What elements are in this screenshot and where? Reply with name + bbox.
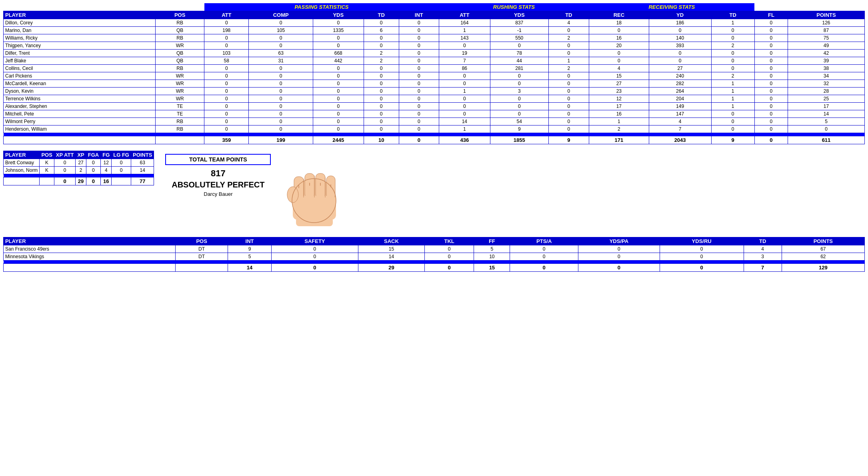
d-col-tkl: TKL (424, 237, 474, 245)
fist-icon (282, 151, 346, 231)
player-name: Jeff Blake (4, 57, 156, 65)
main-container: PASSING STATISTICS RUSHING STATS RECEIVI… (3, 3, 865, 272)
kicker-table-wrap: PLAYER POS XP ATT XP FGA FG LG FG POINTS… (3, 151, 154, 185)
d-col-td: TD (744, 237, 782, 245)
pos: RB (156, 125, 204, 133)
player-name: Thigpen, Yancey (4, 42, 156, 50)
col-points: POINTS (788, 11, 865, 19)
pos: RB (156, 65, 204, 72)
k-col-pos: POS (40, 151, 54, 159)
pos: WR (156, 95, 204, 103)
k-col-xp: XP (76, 151, 86, 159)
d-col-points: POINTS (782, 237, 864, 245)
svg-rect-3 (316, 173, 325, 198)
pos: QB (156, 27, 204, 34)
pos: WR (156, 72, 204, 80)
table-row: Wilmont Perry RB 0 0 0 0 0 14 54 0 1 4 0… (4, 118, 865, 125)
col-rush-att: ATT (439, 11, 490, 19)
table-row: Jeff Blake QB 58 31 442 2 0 7 44 1 0 0 0… (4, 57, 865, 65)
table-row: Carl Pickens WR 0 0 0 0 0 0 0 0 15 240 2… (4, 72, 865, 80)
totals-row: 359 199 2445 10 0 436 1855 9 171 2043 9 … (4, 136, 865, 144)
player-name: Dyson, Kevin (4, 88, 156, 95)
d-col-ff: FF (474, 237, 510, 245)
player-name: Mitchell, Pete (4, 110, 156, 118)
d-col-pts-a: PTS/A (510, 237, 578, 245)
d-col-yds-pa: YDS/PA (578, 237, 660, 245)
d-col-yds-ru: YDS/RU (660, 237, 744, 245)
table-row: Alexander, Stephen TE 0 0 0 0 0 0 0 0 17… (4, 103, 865, 110)
player-name: Williams, Ricky (4, 34, 156, 42)
k-col-xp-att: XP ATT (54, 151, 76, 159)
table-row: Terrence Wilkins WR 0 0 0 0 0 0 0 0 12 2… (4, 95, 865, 103)
player-name: Dillon, Corey (4, 19, 156, 27)
col-rec: REC (589, 11, 649, 19)
offensive-stats-section: PASSING STATISTICS RUSHING STATS RECEIVI… (3, 3, 865, 144)
pos: RB (156, 34, 204, 42)
table-row: Marino, Dan QB 198 105 1335 6 0 1 -1 0 0… (4, 27, 865, 34)
k-col-lg-fg: LG FG (112, 151, 131, 159)
table-row: Dilfer, Trent QB 103 63 668 2 0 19 78 0 … (4, 50, 865, 57)
d-col-int: INT (228, 237, 271, 245)
pos: QB (156, 57, 204, 65)
total-team-value: 817 (165, 168, 271, 179)
col-int: INT (399, 11, 439, 19)
offensive-stats-table: PASSING STATISTICS RUSHING STATS RECEIVI… (3, 3, 865, 144)
player-name: Henderson, William (4, 125, 156, 133)
col-pos: POS (156, 11, 204, 19)
d-col-safety: SAFETY (271, 237, 358, 245)
player-name: Dilfer, Trent (4, 50, 156, 57)
svg-rect-2 (305, 173, 314, 198)
receiving-group-header: RECEIVING STATS (589, 3, 754, 11)
player-name: Alexander, Stephen (4, 103, 156, 110)
col-att: ATT (204, 11, 249, 19)
table-row: Thigpen, Yancey WR 0 0 0 0 0 0 0 0 20 39… (4, 42, 865, 50)
d-col-sack: SACK (358, 237, 424, 245)
rushing-group-header: RUSHING STATS (439, 3, 589, 11)
pos: RB (156, 19, 204, 27)
pos: WR (156, 80, 204, 88)
pos: TE (156, 110, 204, 118)
col-player: PLAYER (4, 11, 156, 19)
table-row: Minnesota Vikings DT 5 0 14 0 10 0 0 0 3… (4, 253, 865, 261)
player-name: Wilmont Perry (4, 118, 156, 125)
table-row: McCardell, Keenan WR 0 0 0 0 0 0 0 0 27 … (4, 80, 865, 88)
table-row: Johnson, Norm K 0 2 0 4 0 14 (4, 167, 154, 174)
d-col-pos: POS (175, 237, 228, 245)
kicker-totals-row: 0 29 0 16 77 (4, 177, 154, 185)
table-row: San Francisco 49ers DT 9 0 15 0 5 0 0 0 … (4, 245, 865, 253)
total-points-box: TOTAL TEAM POINTS 817 ABSOLUTELY PERFECT… (162, 151, 274, 200)
table-row: Williams, Ricky RB 0 0 0 0 0 143 550 2 1… (4, 34, 865, 42)
player-name: Marino, Dan (4, 27, 156, 34)
svg-rect-4 (326, 176, 335, 199)
kicker-table: PLAYER POS XP ATT XP FGA FG LG FG POINTS… (3, 151, 154, 185)
total-team-label: TOTAL TEAM POINTS (165, 154, 271, 165)
table-row: Brett Conway K 0 27 0 12 0 63 (4, 159, 154, 167)
col-rush-yds: YDS (490, 11, 548, 19)
defense-totals-row: 14 0 29 0 15 0 0 0 7 129 (4, 264, 865, 272)
pos: TE (156, 103, 204, 110)
total-team-name: Darcy Bauer (165, 191, 271, 197)
player-name: Terrence Wilkins (4, 95, 156, 103)
col-comp: COMP (249, 11, 313, 19)
table-row: Collins, Cecil RB 0 0 0 0 0 86 281 2 4 2… (4, 65, 865, 72)
table-row: Henderson, William RB 0 0 0 0 0 1 9 0 2 … (4, 125, 865, 133)
player-name: Carl Pickens (4, 72, 156, 80)
col-rec-yd: YD (649, 11, 711, 19)
player-name: McCardell, Keenan (4, 80, 156, 88)
k-col-fga: FGA (86, 151, 100, 159)
total-team-subtitle: ABSOLUTELY PERFECT (165, 180, 271, 189)
player-name: Collins, Cecil (4, 65, 156, 72)
col-yds: YDS (313, 11, 364, 19)
kicker-info-section: PLAYER POS XP ATT XP FGA FG LG FG POINTS… (3, 151, 865, 231)
col-fl: FL (754, 11, 788, 19)
col-td: TD (364, 11, 399, 19)
d-col-player: PLAYER (4, 237, 176, 245)
defense-stats-section: PLAYER POS INT SAFETY SACK TKL FF PTS/A … (3, 237, 865, 272)
k-col-fg: FG (101, 151, 112, 159)
passing-group-header: PASSING STATISTICS (204, 3, 439, 11)
pos: WR (156, 42, 204, 50)
defense-stats-table: PLAYER POS INT SAFETY SACK TKL FF PTS/A … (3, 237, 865, 272)
table-row: Mitchell, Pete TE 0 0 0 0 0 0 0 0 16 147… (4, 110, 865, 118)
k-col-player: PLAYER (4, 151, 40, 159)
pos: QB (156, 50, 204, 57)
